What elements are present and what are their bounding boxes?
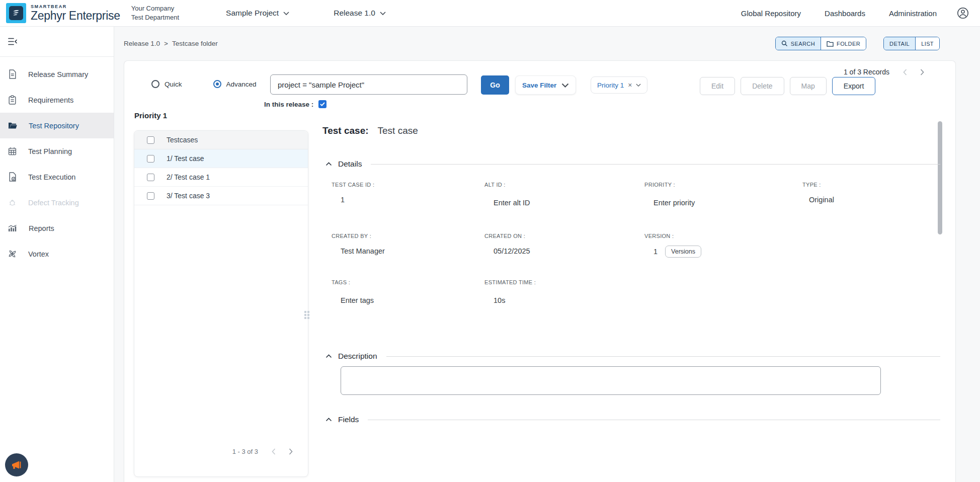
detail-toggle-button[interactable]: DETAIL	[884, 37, 915, 50]
org-info: Your Company Test Department	[131, 4, 179, 22]
zephyr-logo-icon	[6, 3, 26, 23]
chevron-up-icon[interactable]	[325, 354, 332, 358]
breadcrumb-separator: >	[164, 40, 168, 47]
save-filter-button[interactable]: Save Filter	[515, 75, 576, 95]
row-checkbox[interactable]	[147, 136, 154, 144]
feedback-chat-button[interactable]	[5, 453, 28, 476]
testcase-tree-panel: Testcases 1/ Test case 2/ Test case 1 3/…	[134, 130, 308, 477]
quick-radio-label: Quick	[165, 81, 182, 88]
company-name: Your Company	[131, 4, 179, 13]
sidebar: Release Summary Requirements Test Reposi…	[0, 27, 114, 482]
row-checkbox[interactable]	[147, 174, 154, 181]
row-checkbox[interactable]	[147, 192, 154, 200]
document-check-icon	[8, 172, 17, 182]
nav-dashboards[interactable]: Dashboards	[825, 9, 865, 18]
quick-radio[interactable]	[151, 80, 159, 88]
field-version: VERSION : 1 Versions	[644, 233, 701, 258]
tree-row-testcases[interactable]: Testcases	[134, 131, 308, 149]
megaphone-icon	[10, 458, 23, 471]
search-toggle-button[interactable]: SEARCH	[776, 37, 821, 50]
go-button[interactable]: Go	[481, 75, 509, 95]
advanced-radio[interactable]	[213, 80, 221, 88]
clipboard-icon	[8, 95, 17, 105]
detail-scrollbar[interactable]	[938, 121, 942, 234]
sidebar-collapse-icon[interactable]	[8, 37, 18, 46]
search-mode-radios: Quick Advanced	[151, 80, 257, 88]
breadcrumb: Release 1.0 > Testcase folder	[124, 40, 218, 47]
brand: SMARTBEAR Zephyr Enterprise	[6, 3, 120, 23]
testcase-title-value: Test case	[378, 125, 418, 136]
chevron-up-icon[interactable]	[325, 162, 332, 166]
folder-open-icon	[8, 122, 17, 129]
field-test-case-id: TEST CASE ID : 1	[332, 182, 374, 204]
previous-record-icon[interactable]	[903, 69, 907, 75]
details-section-label: Details	[338, 159, 362, 169]
field-alt-id: ALT ID : Enter alt ID	[484, 182, 530, 207]
field-created-by: CREATED BY : Test Manager	[332, 233, 385, 255]
department-name: Test Department	[131, 13, 179, 22]
release-dropdown[interactable]: Release 1.0	[334, 9, 386, 18]
bug-icon	[8, 198, 17, 207]
export-button[interactable]: Export	[832, 77, 875, 95]
in-release-label: In this release :	[264, 101, 313, 108]
row-checkbox[interactable]	[147, 155, 154, 163]
sidebar-item-test-planning[interactable]: Test Planning	[0, 138, 114, 164]
description-textarea[interactable]	[341, 366, 881, 395]
detail-list-toggle: DETAIL LIST	[883, 37, 940, 50]
pinwheel-icon	[8, 250, 17, 258]
sidebar-item-vortex[interactable]: Vortex	[0, 241, 114, 267]
breadcrumb-release[interactable]: Release 1.0	[124, 40, 160, 47]
brand-smartbear: SMARTBEAR	[31, 5, 120, 9]
top-bar: SMARTBEAR Zephyr Enterprise Your Company…	[0, 0, 980, 27]
tree-row-test-case[interactable]: 1/ Test case	[134, 149, 308, 168]
field-estimated-time: ESTIMATED TIME : 10s	[484, 279, 536, 304]
chevron-down-icon[interactable]	[636, 84, 641, 87]
panel-resize-handle[interactable]	[304, 311, 309, 319]
sidebar-item-reports[interactable]: Reports	[0, 215, 114, 241]
priority-filter-chip[interactable]: Priority 1 ×	[591, 76, 647, 94]
search-folder-toggle: SEARCH FOLDER	[775, 37, 866, 50]
chart-icon	[8, 224, 17, 232]
version-value: 1	[654, 248, 658, 256]
nav-global-repository[interactable]: Global Repository	[741, 9, 801, 18]
records-summary: 1 of 3 Records	[844, 68, 889, 76]
document-icon	[8, 69, 17, 79]
field-priority: PRIORITY : Enter priority	[644, 182, 695, 207]
zephyr-enterprise-app: { "colors": { "accent_blue": "#2a6fba", …	[0, 0, 980, 482]
sidebar-item-release-summary[interactable]: Release Summary	[0, 61, 114, 87]
main-area: Release 1.0 > Testcase folder SEARCH FOL…	[114, 27, 980, 482]
top-nav: Global Repository Dashboards Administrat…	[741, 9, 937, 18]
sidebar-item-test-repository[interactable]: Test Repository	[0, 113, 114, 138]
in-release-checkbox[interactable]	[318, 100, 326, 108]
tree-row-test-case-3[interactable]: 3/ Test case 3	[134, 187, 308, 205]
project-dropdown[interactable]: Sample Project	[226, 9, 289, 18]
field-created-on: CREATED ON : 05/12/2025	[484, 233, 530, 255]
fields-section-label: Fields	[338, 415, 359, 424]
user-avatar-icon[interactable]	[957, 7, 969, 19]
content-card: Quick Advanced Go Save Filter Priority 1…	[124, 60, 956, 482]
chip-remove-icon[interactable]: ×	[628, 81, 632, 89]
sidebar-item-defect-tracking: Defect Tracking	[0, 190, 114, 215]
folder-icon	[827, 41, 834, 47]
previous-page-icon[interactable]	[272, 448, 276, 455]
calendar-icon	[8, 147, 17, 155]
description-section-label: Description	[338, 352, 377, 361]
chevron-down-icon	[380, 12, 386, 15]
folder-toggle-button[interactable]: FOLDER	[821, 37, 866, 50]
chevron-up-icon[interactable]	[325, 418, 332, 422]
versions-button[interactable]: Versions	[665, 246, 701, 258]
sidebar-item-requirements[interactable]: Requirements	[0, 87, 114, 113]
search-icon	[781, 40, 788, 47]
search-query-input[interactable]	[270, 74, 467, 95]
sidebar-item-test-execution[interactable]: Test Execution	[0, 164, 114, 190]
edit-button[interactable]: Edit	[700, 77, 735, 95]
tree-row-test-case-1[interactable]: 2/ Test case 1	[134, 168, 308, 187]
nav-administration[interactable]: Administration	[889, 9, 937, 18]
delete-button[interactable]: Delete	[741, 77, 784, 95]
list-toggle-button[interactable]: LIST	[915, 37, 939, 50]
advanced-radio-label: Advanced	[226, 81, 257, 88]
next-record-icon[interactable]	[920, 69, 924, 75]
next-page-icon[interactable]	[289, 448, 293, 455]
testcase-title-label: Test case:	[322, 125, 369, 136]
map-button[interactable]: Map	[790, 77, 827, 95]
